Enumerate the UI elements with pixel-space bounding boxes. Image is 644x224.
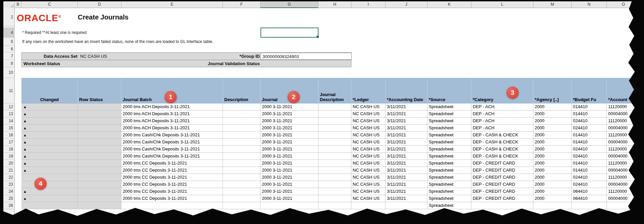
cell-source[interactable]: Spreadsheet: [427, 132, 471, 139]
row-header-21[interactable]: 21: [3, 167, 15, 174]
row-header-17[interactable]: 17: [3, 139, 15, 146]
cell-source[interactable]: Spreadsheet: [427, 181, 471, 188]
cell-source[interactable]: Spreadsheet: [427, 160, 471, 167]
cell-changed[interactable]: ▲: [21, 103, 78, 110]
column-accounting_date-header[interactable]: *Accounting Date: [386, 78, 427, 103]
cell-ledger[interactable]: [351, 202, 386, 209]
cell-journal_batch[interactable]: 2000 tms CC Deposits 3-11-2021: [121, 174, 223, 181]
cell-description[interactable]: [223, 160, 260, 167]
cell-source[interactable]: Spreadsheet: [427, 188, 471, 195]
cell-source[interactable]: Spreadsheet: [427, 103, 471, 110]
cell-description[interactable]: [223, 125, 260, 132]
cell-journal_description[interactable]: [318, 118, 351, 125]
cell-journal[interactable]: 2000 3-11-2021: [260, 167, 318, 174]
column-header-G[interactable]: G: [260, 1, 318, 8]
cell-agency[interactable]: 2000: [533, 139, 572, 146]
cell-journal_batch[interactable]: 2000 tms Cash/Chk Deposits 3-11-2021: [121, 153, 223, 160]
cell-source[interactable]: Spreadsheet: [427, 118, 471, 125]
cell-journal_batch[interactable]: 2000 tms CC Deposits 3-11-2021: [121, 160, 223, 167]
cell-budget_fund[interactable]: 014410: [572, 167, 607, 174]
cell-source[interactable]: Spreadsheet: [427, 195, 471, 202]
column-description-header[interactable]: Description: [223, 78, 260, 103]
column-header-D[interactable]: D: [78, 1, 121, 8]
cell-agency[interactable]: [533, 202, 572, 209]
cell-ledger[interactable]: NC CASH US: [351, 139, 386, 146]
cell-budget_fund[interactable]: 014410: [572, 139, 607, 146]
cell-accounting_date[interactable]: 3/11/2021: [386, 139, 427, 146]
cell-ledger[interactable]: NC CASH US: [351, 160, 386, 167]
cell-journal[interactable]: 2000 3-11-2021: [260, 118, 318, 125]
cell-accounting_date[interactable]: [386, 202, 427, 209]
cell-source[interactable]: Spreadsheet: [427, 146, 471, 153]
cell-source[interactable]: Spreadsheet: [427, 174, 471, 181]
cell-category[interactable]: DEP - ACH: [471, 125, 533, 132]
cell-journal_batch[interactable]: 2000 tms ACH Deposits 3-11-2021: [121, 103, 223, 110]
cell-changed[interactable]: ▲: [21, 188, 78, 195]
cell-journal_description[interactable]: [318, 103, 351, 110]
cell-description[interactable]: [223, 153, 260, 160]
cell-agency[interactable]: 2000: [533, 132, 572, 139]
column-header-J[interactable]: J: [386, 1, 427, 8]
cell-accounting_date[interactable]: 3/11/2021: [386, 167, 427, 174]
cell-agency[interactable]: 2000: [533, 153, 572, 160]
group-id-value[interactable]: 300000008324903: [260, 53, 352, 60]
cell-accounting_date[interactable]: 3/11/2021: [386, 181, 427, 188]
row-header-14[interactable]: 14: [3, 118, 15, 125]
cell-ledger[interactable]: NC CASH US: [351, 188, 386, 195]
cell-budget_fund[interactable]: 024410: [572, 181, 607, 188]
data-access-set-value[interactable]: NC CASH US: [80, 53, 107, 60]
cell-description[interactable]: [223, 174, 260, 181]
cell-category[interactable]: DEP - CASH & CHECK: [471, 132, 533, 139]
row-header-24[interactable]: 24: [3, 188, 15, 195]
cell-changed[interactable]: ▲: [21, 110, 78, 118]
cell-journal_description[interactable]: [318, 132, 351, 139]
cell-agency[interactable]: 2000: [533, 188, 572, 195]
cell-agency[interactable]: 2000: [533, 181, 572, 188]
cell-agency[interactable]: 2000: [533, 195, 572, 202]
row-header-15[interactable]: 15: [3, 125, 15, 132]
column-header-B[interactable]: B: [15, 1, 21, 8]
cell-ledger[interactable]: NC CASH US: [351, 153, 386, 160]
cell-journal_description[interactable]: [318, 181, 351, 188]
cell-row_status[interactable]: [78, 167, 121, 174]
column-header-C[interactable]: C: [21, 1, 78, 8]
cell-changed[interactable]: ▲: [21, 153, 78, 160]
cell-journal_description[interactable]: [318, 160, 351, 167]
cell-budget_fund[interactable]: 014410: [572, 132, 607, 139]
cell-journal_description[interactable]: [318, 125, 351, 132]
cell-accounting_date[interactable]: 3/11/2021: [386, 103, 427, 110]
column-header-E[interactable]: E: [121, 1, 223, 8]
row-header-5[interactable]: 5: [3, 38, 15, 46]
cell-ledger[interactable]: NC CASH US: [351, 195, 386, 202]
cell-description[interactable]: [223, 195, 260, 202]
cell-changed[interactable]: ▲: [21, 132, 78, 139]
cell-row_status[interactable]: [78, 181, 121, 188]
cell-journal_batch[interactable]: [121, 202, 223, 209]
cell-agency[interactable]: 2000: [533, 125, 572, 132]
cell-category[interactable]: DEP - CREDIT CARD: [471, 160, 533, 167]
cell-budget_fund[interactable]: 014410: [572, 103, 607, 110]
cell-agency[interactable]: 2000: [533, 118, 572, 125]
cell-journal[interactable]: 2000 3-11-2021: [260, 125, 318, 132]
cell-row_status[interactable]: [78, 195, 121, 202]
cell-journal_description[interactable]: [318, 202, 351, 209]
cell-row_status[interactable]: [78, 110, 121, 118]
cell-ledger[interactable]: NC CASH US: [351, 110, 386, 118]
column-row_status-header[interactable]: Row Status: [78, 78, 121, 103]
cell-category[interactable]: DEP - ACH: [471, 110, 533, 118]
column-source-header[interactable]: *Source: [427, 78, 471, 103]
row-header-2[interactable]: 2: [3, 8, 15, 26]
row-header-22[interactable]: 22: [3, 174, 15, 181]
column-changed-header[interactable]: Changed: [21, 78, 78, 103]
cell-journal_batch[interactable]: 2000 tms ACH Deposits 3-11-2021: [121, 110, 223, 118]
cell-budget_fund[interactable]: 014410: [572, 160, 607, 167]
row-header-8[interactable]: 8: [3, 60, 15, 67]
row-header-10[interactable]: 10: [3, 67, 15, 78]
cell-journal[interactable]: 2000 3-11-2021: [260, 195, 318, 202]
cell-agency[interactable]: 2000: [533, 110, 572, 118]
cell-journal[interactable]: 2000 3-11-2021: [260, 160, 318, 167]
cell-category[interactable]: DEP - CASH & CHECK: [471, 153, 533, 160]
cell-category[interactable]: DEP - CREDIT CARD: [471, 174, 533, 181]
cell-journal[interactable]: 2000 3-11-2021: [260, 153, 318, 160]
cell-accounting_date[interactable]: 3/11/2021: [386, 125, 427, 132]
